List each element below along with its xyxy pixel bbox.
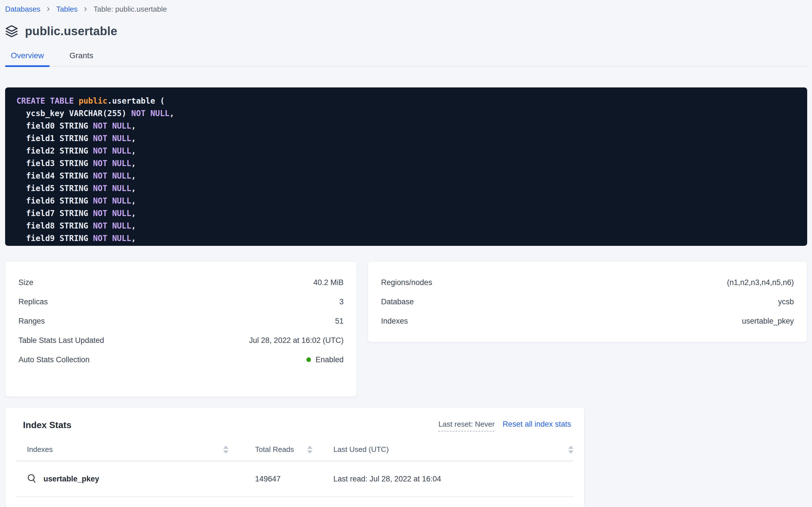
- reset-all-index-stats-link[interactable]: Reset all index stats: [502, 420, 571, 429]
- stat-value: 40.2 MiB: [313, 278, 343, 287]
- enabled-status-dot: [306, 357, 311, 362]
- index-name-cell: usertable_pkey: [16, 474, 223, 484]
- index-name-link[interactable]: usertable_pkey: [44, 474, 99, 484]
- summary-stat-row: Replicas3: [18, 292, 343, 312]
- breadcrumb-link-tables[interactable]: Tables: [56, 5, 77, 14]
- stat-label: Regions/nodes: [381, 278, 432, 287]
- stat-label: Auto Stats Collection: [18, 355, 90, 364]
- tab-grants[interactable]: Grants: [64, 47, 99, 66]
- table-meta-card: Regions/nodes(n1,n2,n3,n4,n5,n6)Database…: [368, 261, 807, 342]
- last-used-cell: Last read: Jul 28, 2022 at 16:04: [320, 474, 560, 484]
- sql-line: field2 STRING NOT NULL,: [16, 145, 796, 157]
- sql-line: field4 STRING NOT NULL,: [16, 170, 796, 182]
- breadcrumb-chevron-icon: [82, 6, 88, 12]
- create-statement-sql: CREATE TABLE public.usertable ( ycsb_key…: [16, 95, 796, 245]
- column-header-last-used[interactable]: Last Used (UTC): [320, 445, 560, 454]
- stat-label: Size: [18, 278, 34, 287]
- sql-line: CREATE TABLE public.usertable (: [16, 95, 796, 107]
- sort-ascending-icon: [568, 446, 573, 449]
- sql-line: field1 STRING NOT NULL,: [16, 132, 796, 145]
- stat-label: Replicas: [18, 297, 48, 306]
- summary-cards-row: Size40.2 MiBReplicas3Ranges51Table Stats…: [5, 261, 807, 397]
- stat-value: ycsb: [778, 297, 794, 306]
- sql-line: field0 STRING NOT NULL,: [16, 120, 796, 132]
- total-reads-cell: 149647: [236, 474, 307, 484]
- column-header-total-reads[interactable]: Total Reads: [236, 445, 307, 454]
- table-details-page: DatabasesTablesTable: public.usertable p…: [0, 0, 812, 507]
- index-table-row: usertable_pkey149647Last read: Jul 28, 2…: [16, 461, 573, 497]
- sort-toggle-icon[interactable]: [307, 446, 312, 454]
- sort-control[interactable]: [560, 446, 573, 454]
- sql-line: field5 STRING NOT NULL,: [16, 182, 796, 195]
- sql-line: field9 STRING NOT NULL,: [16, 232, 796, 245]
- sort-ascending-icon: [223, 446, 229, 449]
- summary-stat-row: Ranges51: [18, 312, 343, 331]
- sort-control[interactable]: [307, 446, 320, 454]
- breadcrumb-link-databases[interactable]: Databases: [5, 5, 40, 14]
- stat-label: Database: [381, 297, 414, 306]
- sort-ascending-icon: [307, 446, 312, 449]
- create-statement-box: CREATE TABLE public.usertable ( ycsb_key…: [5, 88, 807, 246]
- sql-line: field7 STRING NOT NULL,: [16, 207, 796, 220]
- stat-value: 51: [335, 317, 343, 326]
- summary-stat-row: Indexesusertable_pkey: [381, 312, 794, 331]
- breadcrumb-current: Table: public.usertable: [93, 5, 167, 14]
- page-title: public.usertable: [25, 24, 117, 38]
- tab-bar: OverviewGrants: [5, 47, 807, 66]
- index-stats-card: Index Stats Last reset: Never Reset all …: [5, 407, 584, 507]
- stat-label: Ranges: [18, 317, 45, 326]
- last-reset-text[interactable]: Last reset: Never: [438, 420, 495, 432]
- stat-value: 3: [339, 297, 343, 306]
- stat-value: (n1,n2,n3,n4,n5,n6): [727, 278, 794, 287]
- summary-stat-row: Table Stats Last UpdatedJul 28, 2022 at …: [18, 331, 343, 350]
- sql-line: field6 STRING NOT NULL,: [16, 195, 796, 207]
- sort-descending-icon: [307, 451, 312, 454]
- stat-label: Indexes: [381, 317, 408, 326]
- sql-line: field3 STRING NOT NULL,: [16, 157, 796, 170]
- index-stats-heading: Index Stats: [23, 420, 71, 430]
- stat-value: Jul 28, 2022 at 16:02 (UTC): [249, 336, 343, 345]
- table-stack-icon: [5, 25, 18, 38]
- column-header-indexes[interactable]: Indexes: [16, 445, 223, 454]
- index-stats-actions: Last reset: Never Reset all index stats: [438, 420, 571, 432]
- index-table-body: usertable_pkey149647Last read: Jul 28, 2…: [16, 461, 573, 497]
- index-stats-header: Index Stats Last reset: Never Reset all …: [16, 420, 573, 432]
- sql-line: field8 STRING NOT NULL,: [16, 220, 796, 232]
- stat-value: usertable_pkey: [742, 317, 794, 326]
- summary-stat-row: Regions/nodes(n1,n2,n3,n4,n5,n6): [381, 273, 794, 292]
- tab-overview[interactable]: Overview: [5, 47, 50, 66]
- sort-toggle-icon[interactable]: [223, 446, 229, 454]
- table-stats-card: Size40.2 MiBReplicas3Ranges51Table Stats…: [5, 261, 357, 397]
- breadcrumb-chevron-icon: [45, 6, 51, 12]
- summary-stat-row: Size40.2 MiB: [18, 273, 343, 292]
- sort-control[interactable]: [223, 446, 236, 454]
- sort-toggle-icon[interactable]: [568, 446, 573, 454]
- summary-stat-row: Databaseycsb: [381, 292, 794, 312]
- index-table-header: IndexesTotal ReadsLast Used (UTC): [16, 445, 573, 461]
- sort-descending-icon: [223, 451, 229, 454]
- page-title-row: public.usertable: [5, 24, 807, 39]
- sort-descending-icon: [568, 451, 573, 454]
- stat-label: Table Stats Last Updated: [18, 336, 104, 345]
- summary-stat-row: Auto Stats CollectionEnabled: [18, 350, 343, 369]
- stat-value: Enabled: [306, 355, 343, 364]
- search-icon: [27, 474, 37, 484]
- breadcrumb: DatabasesTablesTable: public.usertable: [5, 4, 807, 14]
- sql-line: ycsb_key VARCHAR(255) NOT NULL,: [16, 107, 796, 120]
